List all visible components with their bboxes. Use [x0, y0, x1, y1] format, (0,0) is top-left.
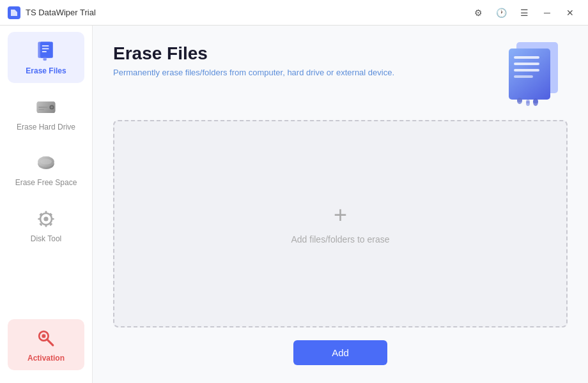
svg-rect-24: [51, 218, 54, 220]
svg-rect-21: [45, 211, 47, 214]
app-body: Erase Files: [0, 26, 588, 383]
svg-point-20: [43, 216, 48, 221]
add-plus-icon: +: [334, 204, 347, 227]
sidebar-label-activation: Activation: [27, 354, 65, 364]
sidebar-label-disk-tool: Disk Tool: [31, 234, 61, 244]
svg-rect-43: [526, 100, 530, 103]
drop-zone-label: Add files/folders to erase: [291, 234, 389, 244]
content-header: Erase Files Permanently erase files/fold…: [113, 43, 568, 107]
free-space-icon: [33, 150, 59, 176]
drop-zone[interactable]: + Add files/folders to erase: [113, 120, 568, 327]
app-title: TS DataWiper Trial: [26, 8, 96, 17]
header-illustration: [491, 37, 568, 107]
svg-rect-44: [533, 99, 538, 103]
svg-rect-37: [514, 69, 539, 71]
sidebar: Erase Files: [0, 26, 93, 383]
title-bar: TS DataWiper Trial ⚙ 🕐 ☰ ─ ✕: [0, 0, 588, 26]
sidebar-item-disk-tool[interactable]: Disk Tool: [8, 200, 84, 251]
app-icon: [8, 6, 20, 19]
sidebar-item-erase-files[interactable]: Erase Files: [8, 32, 84, 83]
page-subtitle: Permanently erase files/folders from com…: [113, 68, 394, 77]
disk-tool-icon: [33, 206, 59, 232]
svg-line-31: [47, 340, 53, 345]
history-button[interactable]: 🕐: [491, 4, 511, 22]
sidebar-label-free-space: Erase Free Space: [15, 178, 77, 188]
activation-icon: [33, 326, 59, 351]
add-button[interactable]: Add: [293, 340, 387, 365]
svg-rect-2: [40, 42, 53, 58]
header-text: Erase Files Permanently erase files/fold…: [113, 43, 394, 77]
add-button-container: Add: [113, 340, 568, 365]
menu-button[interactable]: ☰: [514, 4, 534, 22]
svg-rect-42: [517, 98, 522, 102]
svg-rect-22: [45, 224, 47, 227]
erase-files-icon: [33, 38, 59, 64]
svg-rect-38: [514, 75, 533, 78]
sidebar-label-hard-drive: Erase Hard Drive: [17, 123, 75, 133]
content-area: Erase Files Permanently erase files/fold…: [93, 26, 588, 383]
hard-drive-icon: [33, 94, 59, 120]
sidebar-item-erase-free-space[interactable]: Erase Free Space: [8, 144, 84, 195]
close-button[interactable]: ✕: [560, 4, 580, 22]
svg-rect-36: [514, 63, 539, 65]
svg-rect-4: [42, 49, 49, 50]
sidebar-label-erase-files: Erase Files: [26, 66, 66, 77]
title-bar-left: TS DataWiper Trial: [8, 6, 96, 19]
page-title: Erase Files: [113, 43, 394, 64]
svg-point-11: [50, 106, 53, 109]
svg-point-18: [40, 159, 52, 165]
settings-button[interactable]: ⚙: [468, 4, 488, 22]
svg-rect-5: [42, 51, 47, 52]
sidebar-item-activation[interactable]: Activation: [8, 319, 84, 370]
svg-rect-23: [38, 218, 41, 220]
svg-rect-3: [42, 45, 49, 47]
svg-point-32: [42, 334, 45, 338]
title-bar-controls: ⚙ 🕐 ☰ ─ ✕: [468, 4, 580, 22]
svg-rect-35: [514, 56, 539, 59]
svg-rect-7: [43, 57, 47, 60]
minimize-button[interactable]: ─: [537, 4, 557, 22]
sidebar-item-erase-hard-drive[interactable]: Erase Hard Drive: [8, 88, 84, 139]
